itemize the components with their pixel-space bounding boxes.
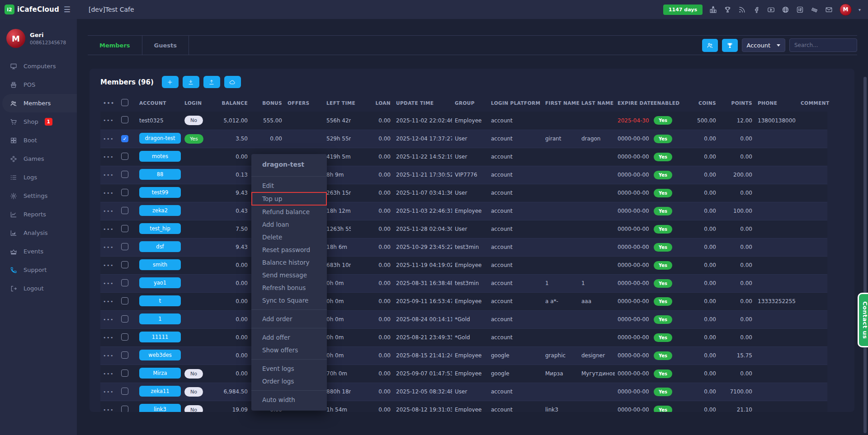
row-actions-icon[interactable]: ••• — [100, 346, 118, 365]
row-actions-icon[interactable]: ••• — [100, 220, 118, 238]
context-menu-item-send-message[interactable]: Send message — [251, 269, 327, 281]
sidebar-item-boot[interactable]: Boot — [0, 131, 77, 150]
account-pill[interactable]: 1 — [139, 313, 181, 324]
row-checkbox[interactable] — [121, 315, 128, 323]
globe-icon[interactable] — [782, 6, 789, 14]
row-checkbox[interactable] — [121, 116, 128, 123]
row-checkbox[interactable] — [121, 153, 128, 160]
sidebar-item-pos[interactable]: POS — [0, 75, 77, 94]
trophy-filter-button[interactable] — [722, 39, 738, 52]
youtube-icon[interactable] — [767, 6, 775, 14]
icafe-icon[interactable] — [796, 6, 804, 14]
account-pill[interactable]: link3 — [139, 404, 181, 412]
row-checkbox[interactable] — [121, 243, 128, 250]
upload-member-button[interactable] — [203, 76, 220, 88]
row-actions-icon[interactable]: ••• — [100, 202, 118, 220]
row-checkbox[interactable]: ✓ — [121, 135, 128, 142]
row-checkbox[interactable] — [121, 189, 128, 196]
account-pill[interactable]: smith — [139, 259, 181, 270]
hamburger-menu-icon[interactable]: ☰ — [64, 5, 71, 14]
row-actions-icon[interactable]: ••• — [100, 310, 118, 328]
tab-guests[interactable]: Guests — [142, 36, 189, 55]
sidebar-item-computers[interactable]: Computers — [0, 57, 77, 75]
chevron-down-icon[interactable]: ▾ — [859, 7, 861, 12]
sidebar-avatar[interactable]: M — [6, 29, 25, 48]
row-actions-icon[interactable]: ••• — [100, 256, 118, 274]
col-header-login[interactable]: LOGIN — [182, 94, 218, 112]
account-pill[interactable]: zeka11 — [139, 386, 181, 397]
account-pill[interactable]: 11111 — [139, 332, 181, 342]
contact-us-button[interactable]: Contact us — [858, 293, 868, 347]
col-header-points[interactable]: POINTS — [719, 94, 755, 112]
col-header-phone[interactable]: PHONE — [755, 94, 798, 112]
sidebar-item-games[interactable]: Games — [0, 150, 77, 168]
podium-icon[interactable] — [709, 6, 717, 14]
row-checkbox[interactable] — [121, 297, 128, 304]
context-menu-item-auto-width[interactable]: Auto width — [251, 393, 327, 406]
row-checkbox[interactable] — [121, 351, 128, 359]
col-header-group[interactable]: GROUP — [452, 94, 488, 112]
context-menu-item-edit[interactable]: Edit — [251, 179, 327, 192]
header-actions-icon[interactable]: ••• — [100, 94, 118, 112]
sidebar-item-reports[interactable]: Reports — [0, 205, 77, 224]
context-menu-item-add-offer[interactable]: Add offer — [251, 331, 327, 344]
account-pill[interactable]: yao1 — [139, 277, 181, 288]
col-header-expire-date[interactable]: EXPIRE DATE — [615, 94, 651, 112]
subscription-days-badge[interactable]: 1147 days — [663, 5, 703, 15]
account-pill[interactable]: Mirza — [139, 368, 181, 379]
account-pill[interactable]: web3des — [139, 350, 181, 360]
col-header-offers[interactable]: OFFERS — [285, 94, 309, 112]
col-header-account[interactable]: ACCOUNT — [137, 94, 182, 112]
rss-icon[interactable] — [738, 6, 746, 14]
members-filter-button[interactable] — [702, 39, 718, 52]
col-header-left-time[interactable]: LEFT TIME — [309, 94, 351, 112]
account-pill[interactable]: t — [139, 295, 181, 306]
row-checkbox[interactable] — [121, 388, 128, 395]
facebook-icon[interactable] — [753, 6, 760, 14]
row-actions-icon[interactable]: ••• — [100, 274, 118, 292]
col-header-last-name[interactable]: LAST NAME — [579, 94, 615, 112]
account-pill[interactable]: test99 — [139, 187, 181, 198]
row-checkbox[interactable] — [121, 225, 128, 232]
row-actions-icon[interactable]: ••• — [100, 148, 118, 166]
context-menu-item-order-logs[interactable]: Order logs — [251, 375, 327, 388]
select-all-checkbox[interactable] — [121, 99, 128, 106]
context-menu-item-add-order[interactable]: Add order — [251, 313, 327, 325]
context-menu-item-delete[interactable]: Delete — [251, 231, 327, 243]
context-menu-item-add-loan[interactable]: Add loan — [251, 218, 327, 231]
row-actions-icon[interactable]: ••• — [100, 328, 118, 346]
row-actions-icon[interactable]: ••• — [100, 292, 118, 310]
context-menu-item-refund-balance[interactable]: Refund balance — [251, 206, 327, 218]
layers-icon[interactable] — [811, 6, 818, 14]
row-checkbox[interactable] — [121, 333, 128, 341]
context-menu-item-event-logs[interactable]: Event logs — [251, 362, 327, 375]
download-member-button[interactable] — [183, 76, 199, 88]
col-header-loan[interactable]: LOAN — [351, 94, 393, 112]
search-input[interactable] — [789, 38, 857, 52]
col-header-bonus[interactable]: BONUS — [250, 94, 285, 112]
cloud-download-member-button[interactable] — [224, 76, 241, 88]
col-header-first-name[interactable]: FIRST NAME — [542, 94, 579, 112]
col-header-coins[interactable]: COINS — [687, 94, 719, 112]
context-menu-item-reset-password[interactable]: Reset password — [251, 243, 327, 256]
mail-icon[interactable] — [825, 6, 833, 14]
col-header-enabled[interactable]: ENABLED — [651, 94, 687, 112]
context-menu-item-refresh-bonus[interactable]: Refresh bonus — [251, 281, 327, 294]
context-menu-item-balance-history[interactable]: Balance history — [251, 256, 327, 269]
vertical-scrollbar[interactable] — [863, 77, 867, 433]
row-actions-icon[interactable]: ••• — [100, 365, 118, 383]
row-actions-icon[interactable]: ••• — [100, 166, 118, 184]
sidebar-item-support[interactable]: Support — [0, 261, 77, 279]
context-menu-item-sync-to-square[interactable]: Sync to Square — [251, 294, 327, 307]
sidebar-item-members[interactable]: Members — [2, 94, 77, 112]
col-header-balance[interactable]: BALANCE — [218, 94, 250, 112]
account-pill[interactable]: motes — [139, 151, 181, 162]
col-header-login-platform[interactable]: LOGIN PLATFORM — [488, 94, 542, 112]
sidebar-item-settings[interactable]: Settings — [0, 187, 77, 205]
row-actions-icon[interactable]: ••• — [100, 401, 118, 412]
app-logo[interactable]: i2 iCafeCloud — [5, 5, 59, 14]
add-member-button[interactable] — [162, 76, 179, 88]
account-pill[interactable]: dragon-test — [139, 133, 181, 144]
row-checkbox[interactable] — [121, 261, 128, 268]
account-pill[interactable]: dsf — [139, 241, 181, 252]
